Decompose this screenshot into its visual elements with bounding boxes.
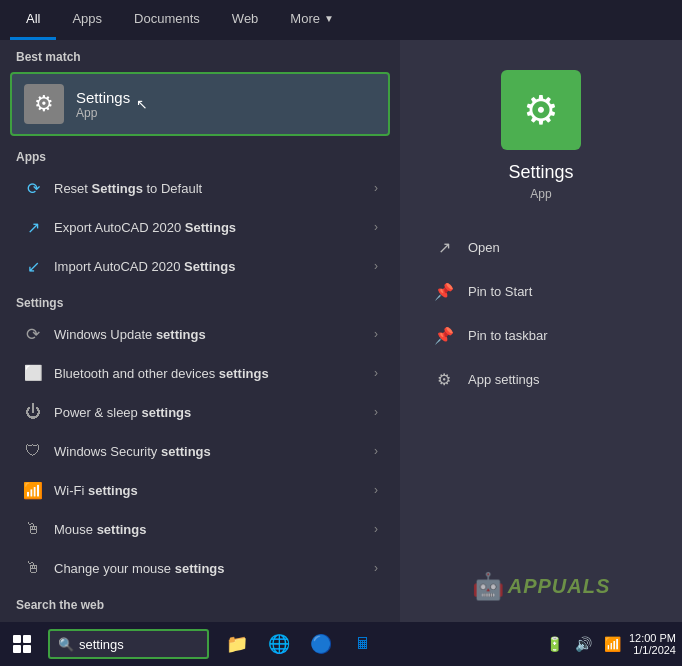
chevron-right-icon: › <box>374 522 378 536</box>
import-icon: ↙ <box>22 255 44 277</box>
settings-section-label: Settings <box>0 286 400 314</box>
tab-web[interactable]: Web <box>216 0 275 40</box>
edge-browser-icon[interactable]: 🌐 <box>259 622 299 666</box>
taskbar-search-box[interactable]: 🔍 <box>48 629 209 659</box>
chevron-right-icon: › <box>374 561 378 575</box>
list-item[interactable]: ⟳ Reset Settings to Default › <box>6 169 394 207</box>
item-text: Power & sleep settings <box>54 405 370 420</box>
time-display: 12:00 PM <box>629 632 676 644</box>
list-item[interactable]: ↙ Import AutoCAD 2020 Settings › <box>6 247 394 285</box>
pin-taskbar-label: Pin to taskbar <box>468 328 548 343</box>
chevron-right-icon: › <box>374 366 378 380</box>
list-item[interactable]: ⬜ Bluetooth and other devices settings › <box>6 354 394 392</box>
chevron-right-icon: › <box>374 259 378 273</box>
taskbar-system-tray: 🔋 🔊 📶 12:00 PM 1/1/2024 <box>542 632 682 656</box>
chrome-icon: 🔵 <box>310 633 332 655</box>
web-section-label: Search the web <box>0 588 400 616</box>
power-icon: ⏻ <box>22 401 44 423</box>
tab-all[interactable]: All <box>10 0 56 40</box>
taskbar-pinned-apps: 📁 🌐 🔵 🖩 <box>217 622 383 666</box>
list-item[interactable]: 📶 Wi-Fi settings › <box>6 471 394 509</box>
watermark-icon: 🤖 <box>472 571 504 602</box>
date-display: 1/1/2024 <box>629 644 676 656</box>
export-icon: ↗ <box>22 216 44 238</box>
item-text: Reset Settings to Default <box>54 181 370 196</box>
chevron-right-icon: › <box>374 181 378 195</box>
item-text: Windows Security settings <box>54 444 370 459</box>
main-content: Best match ⚙ Settings App ↖ Apps ⟳ Reset… <box>0 40 682 622</box>
chrome-browser-icon[interactable]: 🔵 <box>301 622 341 666</box>
chevron-right-icon: › <box>374 327 378 341</box>
item-text: Mouse settings <box>54 522 370 537</box>
watermark-text: APPUALS <box>508 575 611 598</box>
tab-apps[interactable]: Apps <box>56 0 118 40</box>
app-settings-label: App settings <box>468 372 540 387</box>
best-match-item[interactable]: ⚙ Settings App ↖ <box>10 72 390 136</box>
item-text: Windows Update settings <box>54 327 370 342</box>
cursor-icon: ↖ <box>136 96 148 112</box>
tab-more[interactable]: More ▼ <box>274 0 350 40</box>
app-settings-icon: ⚙ <box>432 367 456 391</box>
pin-to-taskbar-button[interactable]: 📌 Pin to taskbar <box>420 313 662 357</box>
right-panel-subtitle: App <box>530 187 551 201</box>
item-text: Change your mouse settings <box>54 561 370 576</box>
open-button[interactable]: ↗ Open <box>420 225 662 269</box>
chevron-right-icon: › <box>374 220 378 234</box>
reset-icon: ⟳ <box>22 177 44 199</box>
windows-icon <box>13 635 31 653</box>
open-label: Open <box>468 240 500 255</box>
battery-icon: 🔋 <box>542 634 567 654</box>
file-explorer-icon[interactable]: 📁 <box>217 622 257 666</box>
search-input[interactable] <box>79 637 199 652</box>
list-item[interactable]: 🛡 Windows Security settings › <box>6 432 394 470</box>
best-match-title: Settings <box>76 89 130 106</box>
item-text: Export AutoCAD 2020 Settings <box>54 220 370 235</box>
network-icon: 📶 <box>600 634 625 654</box>
bluetooth-icon: ⬜ <box>22 362 44 384</box>
gear-icon: ⚙ <box>34 91 54 117</box>
list-item[interactable]: ⏻ Power & sleep settings › <box>6 393 394 431</box>
item-text: Bluetooth and other devices settings <box>54 366 370 381</box>
left-panel: Best match ⚙ Settings App ↖ Apps ⟳ Reset… <box>0 40 400 622</box>
clock[interactable]: 12:00 PM 1/1/2024 <box>629 632 676 656</box>
folder-icon: 📁 <box>226 633 248 655</box>
best-match-info: Settings App <box>76 89 130 120</box>
tab-documents[interactable]: Documents <box>118 0 216 40</box>
right-panel-title: Settings <box>508 162 573 183</box>
chevron-right-icon: › <box>374 444 378 458</box>
settings-large-icon: ⚙ <box>501 70 581 150</box>
edge-icon: 🌐 <box>268 633 290 655</box>
app-settings-button[interactable]: ⚙ App settings <box>420 357 662 401</box>
pin-to-start-button[interactable]: 📌 Pin to Start <box>420 269 662 313</box>
chevron-right-icon: › <box>374 405 378 419</box>
security-icon: 🛡 <box>22 440 44 462</box>
item-text: Import AutoCAD 2020 Settings <box>54 259 370 274</box>
list-item[interactable]: ↗ Export AutoCAD 2020 Settings › <box>6 208 394 246</box>
list-item[interactable]: 🖱 Change your mouse settings › <box>6 549 394 587</box>
calc-icon: 🖩 <box>355 635 371 653</box>
watermark: 🤖 APPUALS <box>472 571 611 602</box>
mouse2-icon: 🖱 <box>22 557 44 579</box>
best-match-subtitle: App <box>76 106 130 120</box>
chevron-down-icon: ▼ <box>324 13 334 24</box>
search-icon: 🔍 <box>58 637 74 652</box>
list-item[interactable]: ⟳ Windows Update settings › <box>6 315 394 353</box>
list-item[interactable]: 🖱 Mouse settings › <box>6 510 394 548</box>
start-menu: All Apps Documents Web More ▼ Best match… <box>0 0 682 622</box>
start-button[interactable] <box>0 622 44 666</box>
calculator-icon[interactable]: 🖩 <box>343 622 383 666</box>
right-panel-actions: ↗ Open 📌 Pin to Start 📌 Pin to taskbar ⚙… <box>420 225 662 401</box>
nav-tabs: All Apps Documents Web More ▼ <box>0 0 682 40</box>
update-icon: ⟳ <box>22 323 44 345</box>
apps-section-label: Apps <box>0 140 400 168</box>
chevron-right-icon: › <box>374 483 378 497</box>
gear-large-icon: ⚙ <box>523 87 559 133</box>
item-text: Wi-Fi settings <box>54 483 370 498</box>
best-match-label: Best match <box>0 40 400 68</box>
wifi-icon: 📶 <box>22 479 44 501</box>
volume-icon: 🔊 <box>571 634 596 654</box>
pin-start-icon: 📌 <box>432 279 456 303</box>
mouse-icon: 🖱 <box>22 518 44 540</box>
taskbar: 🔍 📁 🌐 🔵 🖩 🔋 🔊 📶 12:00 PM 1/1/2024 <box>0 622 682 666</box>
pin-start-label: Pin to Start <box>468 284 532 299</box>
